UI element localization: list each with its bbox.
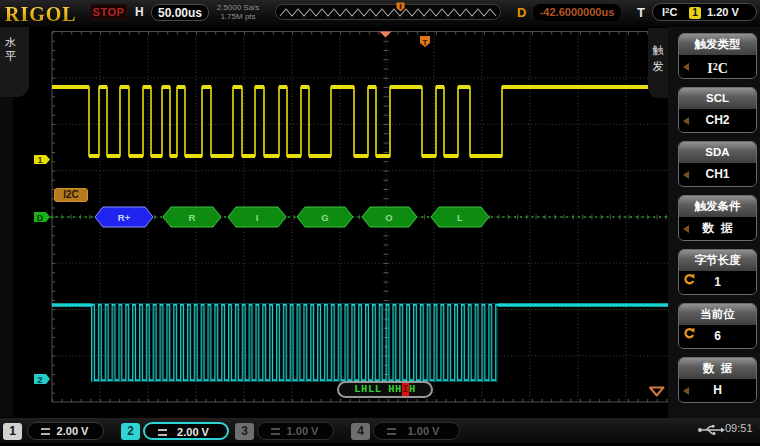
svg-text:G: G (321, 212, 328, 223)
svg-text:R+: R+ (118, 212, 131, 223)
svg-text:D: D (37, 213, 44, 223)
svg-text:T: T (423, 38, 428, 47)
svg-text:R: R (189, 212, 196, 223)
svg-text:2: 2 (37, 375, 42, 385)
svg-text:O: O (385, 212, 392, 223)
svg-text:I: I (256, 212, 259, 223)
svg-text:1: 1 (37, 155, 42, 165)
svg-text:L: L (457, 212, 463, 223)
